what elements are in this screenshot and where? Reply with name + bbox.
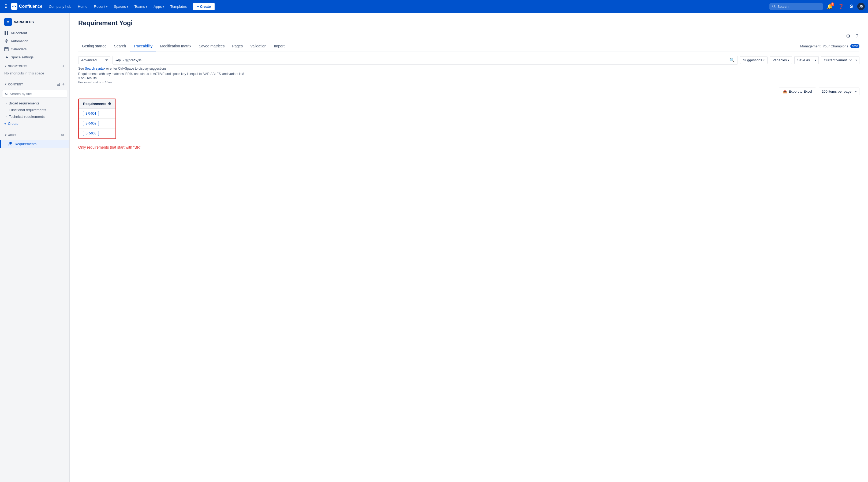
plus-icon: + xyxy=(4,122,6,126)
search-syntax-link[interactable]: Search syntax xyxy=(85,67,105,70)
query-input[interactable] xyxy=(116,58,728,62)
shortcuts-toggle[interactable]: ▼ Shortcuts xyxy=(4,65,27,68)
champions-link[interactable]: Your Champions xyxy=(823,44,848,48)
variant-dropdown-icon[interactable]: ▾ xyxy=(853,57,859,64)
shortcuts-empty: No shortcuts in this space xyxy=(0,70,69,77)
create-button[interactable]: + Create xyxy=(193,3,215,10)
tab-saved-matrices[interactable]: Saved matrices xyxy=(195,41,228,52)
requirement-tag[interactable]: BR-001 xyxy=(83,111,99,116)
suggestions-label: Suggestions xyxy=(743,58,762,62)
logo-text: Confluence xyxy=(19,4,42,9)
variant-clear-button[interactable]: ✕ xyxy=(848,57,853,64)
variables-button[interactable]: Variables ▾ xyxy=(770,56,792,64)
content-label: Content xyxy=(8,83,23,86)
nav-company-hub[interactable]: Company hub xyxy=(46,3,73,10)
requirement-tag[interactable]: BR-003 xyxy=(83,131,99,136)
svg-point-10 xyxy=(5,93,7,94)
svg-line-1 xyxy=(775,7,776,8)
sidebar-item-calendars[interactable]: Calendars xyxy=(0,45,69,53)
search-submit-icon[interactable]: 🔍 xyxy=(730,58,735,63)
avatar[interactable]: JB xyxy=(857,3,865,10)
space-icon: V xyxy=(4,18,12,26)
management-link[interactable]: Management xyxy=(800,44,820,48)
shortcuts-section: ▼ Shortcuts + xyxy=(0,61,69,70)
traceability-matrix: Requirements ⚙ BR-001BR-002BR-003 xyxy=(78,99,116,139)
sidebar-item-requirements[interactable]: Requirements xyxy=(0,140,69,148)
page-help-button[interactable]: ? xyxy=(855,32,860,40)
content-filter-button[interactable]: ⊟ xyxy=(56,81,61,87)
requirement-tag[interactable]: BR-002 xyxy=(83,121,99,126)
sidebar: V VARIABLES All content Automation Calen… xyxy=(0,13,70,482)
items-per-page-select[interactable]: 50 items per page100 items per page200 i… xyxy=(819,88,860,95)
tree-item-technical[interactable]: Technical requirements xyxy=(0,113,69,120)
tab-pages[interactable]: Pages xyxy=(228,41,246,52)
page-settings-button[interactable]: ⚙ xyxy=(845,32,851,40)
apps-toggle[interactable]: ▼ Apps xyxy=(4,134,17,137)
page-layout: V VARIABLES All content Automation Calen… xyxy=(0,13,868,482)
nav-spaces[interactable]: Spaces xyxy=(112,3,130,10)
svg-rect-4 xyxy=(5,33,6,35)
tab-modification-matrix[interactable]: Modification matrix xyxy=(156,41,195,52)
help-button[interactable]: ❓ xyxy=(836,2,845,10)
shortcuts-add-button[interactable]: + xyxy=(62,63,65,69)
annotation-text: Only requirements that start with "BR" xyxy=(78,145,860,150)
tab-search[interactable]: Search xyxy=(111,41,130,52)
gear-icon: ⚙ xyxy=(849,3,854,9)
content-add-button[interactable]: + xyxy=(62,81,65,87)
tabs: Getting started Search Traceability Modi… xyxy=(78,41,860,52)
suggestions-button[interactable]: Suggestions ▾ xyxy=(740,56,768,64)
search-icon xyxy=(5,92,8,96)
nav-apps[interactable]: Apps xyxy=(151,3,166,10)
sidebar-item-label: Space settings xyxy=(11,55,33,59)
tab-import[interactable]: Import xyxy=(270,41,288,52)
variables-label: Variables xyxy=(773,58,787,62)
sidebar-item-label: Calendars xyxy=(11,47,27,51)
saveas-button[interactable]: Save as xyxy=(794,56,812,64)
search-by-title-input[interactable] xyxy=(10,92,64,96)
tab-validation[interactable]: Validation xyxy=(246,41,270,52)
variant-select[interactable]: Current variant xyxy=(821,57,848,64)
apps-section-header: ▼ Apps ✏ xyxy=(0,130,69,140)
confluence-logo[interactable]: Confluence xyxy=(11,3,42,10)
mode-select[interactable]: AdvancedSimple xyxy=(78,56,111,64)
saveas-label: Save as xyxy=(797,58,810,62)
lightning-icon xyxy=(4,39,8,43)
requirements-icon xyxy=(8,142,12,146)
tree-item-broad[interactable]: Broad requirements xyxy=(0,100,69,106)
apps-edit-button[interactable]: ✏ xyxy=(61,132,65,138)
notification-badge: 3 xyxy=(831,2,834,6)
content-toggle[interactable]: ▼ Content xyxy=(4,83,23,86)
apps-label: Apps xyxy=(8,134,17,137)
svg-rect-5 xyxy=(7,33,8,35)
shortcuts-label: Shortcuts xyxy=(8,65,27,68)
sidebar-item-automation[interactable]: Automation xyxy=(0,37,69,45)
svg-rect-6 xyxy=(5,47,8,51)
query-input-wrap: 🔍 xyxy=(113,56,738,65)
saveas-dropdown-button[interactable]: ▾ xyxy=(812,56,819,64)
global-search-box[interactable]: Search xyxy=(769,3,823,10)
nav-teams[interactable]: Teams xyxy=(132,3,150,10)
column-settings-icon[interactable]: ⚙ xyxy=(108,102,111,106)
space-header: V VARIABLES xyxy=(0,16,69,29)
export-excel-button[interactable]: 📤 Export to Excel xyxy=(779,88,816,95)
create-page-link[interactable]: + Create xyxy=(0,120,69,127)
tab-right-actions: Management Your Champions BETA xyxy=(800,44,860,48)
nav-templates[interactable]: Templates xyxy=(168,3,189,10)
apps-item-label: Requirements xyxy=(15,142,36,146)
tab-getting-started[interactable]: Getting started xyxy=(78,41,111,52)
search-placeholder: Search xyxy=(777,5,788,8)
nav-home[interactable]: Home xyxy=(75,3,90,10)
sidebar-item-all-content[interactable]: All content xyxy=(0,29,69,37)
notifications-button[interactable]: 🔔 3 xyxy=(825,2,834,10)
grid-menu-icon[interactable]: ⠿ xyxy=(3,2,9,10)
top-navigation: ⠿ Confluence Company hub Home Recent Spa… xyxy=(0,0,868,13)
sidebar-item-space-settings[interactable]: Space settings xyxy=(0,53,69,61)
tab-traceability[interactable]: Traceability xyxy=(130,41,156,52)
export-row: 📤 Export to Excel 50 items per page100 i… xyxy=(78,88,860,95)
nav-recent[interactable]: Recent xyxy=(92,3,110,10)
tree-item-functional[interactable]: Functional requirements xyxy=(0,106,69,113)
settings-button[interactable]: ⚙ xyxy=(848,2,855,10)
result-count: 3 of 3 results xyxy=(78,76,860,80)
grid-icon xyxy=(4,31,8,35)
beta-badge: BETA xyxy=(850,44,860,48)
